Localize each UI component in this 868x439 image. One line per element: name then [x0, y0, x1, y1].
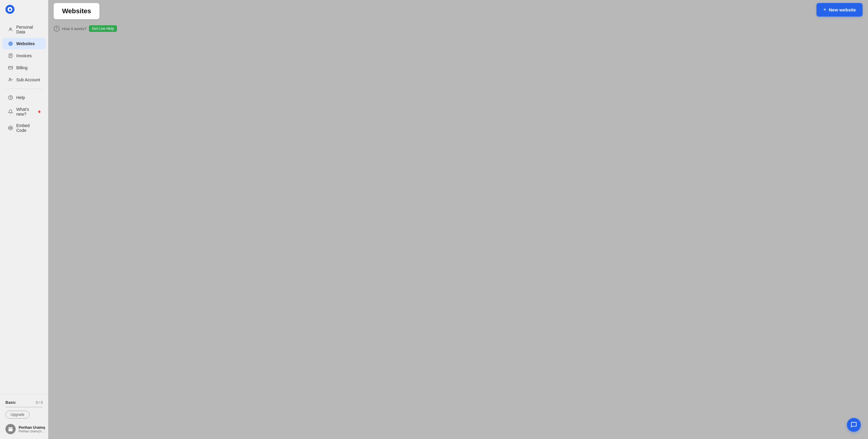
new-website-button[interactable]: + New website	[816, 3, 863, 16]
person-icon	[8, 27, 13, 32]
avatar	[5, 424, 16, 434]
nav-divider	[5, 89, 43, 89]
sidebar-item-billing[interactable]: Billing	[2, 62, 46, 73]
page-title-box: Websites	[54, 3, 99, 19]
sidebar-item-websites[interactable]: Websites	[2, 38, 46, 49]
sidebar-item-help[interactable]: Help	[2, 92, 46, 103]
bell-icon	[8, 109, 13, 114]
sidebar-item-label: What's new?	[16, 107, 36, 116]
sidebar-item-invoices[interactable]: Invoices	[2, 50, 46, 61]
get-live-help-button[interactable]: Get Live Help	[89, 25, 117, 32]
sub-account-icon	[8, 77, 13, 82]
sidebar-item-sub-account[interactable]: Sub Account	[2, 74, 46, 86]
billing-icon	[8, 65, 13, 70]
header-actions: + New website	[816, 0, 868, 16]
svg-rect-3	[8, 66, 12, 69]
notification-badge	[38, 110, 40, 113]
user-name: Perihan Uramış	[19, 426, 47, 430]
main-header: Websites + New website	[48, 0, 868, 19]
chat-icon	[850, 421, 857, 428]
user-info: Perihan Uramış Perihan Uramış's Organiza…	[19, 426, 47, 433]
plan-section: Basic 0 / 0 Upgrade	[3, 398, 45, 420]
sidebar-item-label: Embed Code	[16, 123, 40, 133]
globe-icon	[8, 41, 13, 46]
sidebar-item-label: Billing	[16, 65, 27, 70]
main-content: Websites + New website ? How it works? G…	[48, 0, 868, 439]
help-icon	[8, 95, 13, 100]
sidebar-item-label: Websites	[16, 41, 35, 46]
plan-name: Basic	[5, 400, 16, 405]
sidebar-item-whats-new[interactable]: What's new?	[2, 104, 46, 120]
svg-point-6	[10, 98, 11, 99]
svg-point-4	[9, 78, 11, 80]
new-website-label: New website	[829, 7, 856, 12]
sidebar-item-label: Personal Data	[16, 25, 40, 34]
svg-rect-11	[8, 427, 13, 432]
main-body: ? How it works? Get Live Help	[48, 19, 868, 439]
user-org: Perihan Uramış's Organization	[19, 430, 47, 433]
svg-point-8	[10, 127, 11, 129]
sidebar-item-label: Invoices	[16, 53, 32, 58]
sidebar-item-embed-code[interactable]: Embed Code	[2, 120, 46, 136]
user-section[interactable]: Perihan Uramış Perihan Uramış's Organiza…	[3, 421, 45, 435]
sidebar-item-label: Sub Account	[16, 77, 40, 82]
app-logo	[0, 0, 48, 19]
upgrade-button[interactable]: Upgrade	[5, 411, 30, 418]
page-title: Websites	[62, 7, 91, 15]
embed-icon	[8, 125, 13, 131]
sidebar-nav: Personal Data Websites Invoices	[0, 19, 48, 394]
plus-icon: +	[823, 7, 827, 13]
sidebar: Personal Data Websites Invoices	[0, 0, 48, 439]
sidebar-item-label: Help	[16, 95, 25, 100]
plan-progress-bar	[5, 406, 43, 408]
how-it-works-section: ? How it works? Get Live Help	[54, 25, 863, 32]
invoice-icon	[8, 53, 13, 59]
question-icon: ?	[54, 26, 60, 32]
chat-fab-button[interactable]	[847, 418, 861, 432]
sidebar-bottom: Basic 0 / 0 Upgrade Perihan Uramış Perih…	[0, 394, 48, 439]
svg-point-0	[10, 28, 11, 30]
sidebar-item-personal-data[interactable]: Personal Data	[2, 22, 46, 37]
plan-usage: 0 / 0	[36, 401, 43, 405]
how-it-works-text: How it works?	[62, 27, 87, 31]
